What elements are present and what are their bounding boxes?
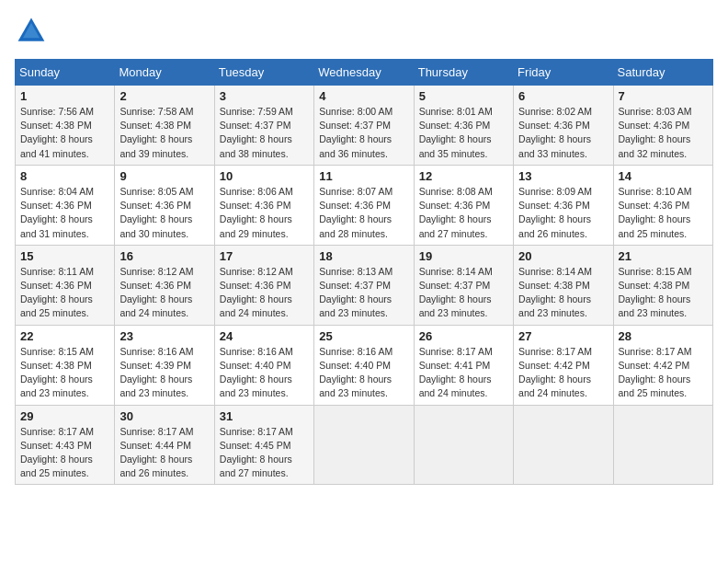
calendar-cell: 22Sunrise: 8:15 AMSunset: 4:38 PMDayligh… [16,325,115,405]
day-detail: Sunrise: 8:15 AMSunset: 4:38 PMDaylight:… [20,346,94,399]
day-detail: Sunrise: 8:08 AMSunset: 4:36 PMDaylight:… [419,186,493,239]
weekday-header-sunday: Sunday [16,60,115,86]
calendar-cell: 31Sunrise: 8:17 AMSunset: 4:45 PMDayligh… [214,405,313,485]
day-detail: Sunrise: 8:17 AMSunset: 4:43 PMDaylight:… [20,426,94,479]
day-number: 5 [419,89,508,103]
calendar-cell: 8Sunrise: 8:04 AMSunset: 4:36 PMDaylight… [16,165,115,245]
calendar-cell: 17Sunrise: 8:12 AMSunset: 4:36 PMDayligh… [214,245,313,325]
page-header [15,15,713,48]
day-detail: Sunrise: 8:16 AMSunset: 4:39 PMDaylight:… [119,346,193,399]
weekday-header-tuesday: Tuesday [214,60,313,86]
day-detail: Sunrise: 8:07 AMSunset: 4:36 PMDaylight:… [319,186,392,239]
calendar-cell: 1Sunrise: 7:56 AMSunset: 4:38 PMDaylight… [16,86,115,166]
day-number: 27 [518,329,608,343]
day-number: 10 [220,169,309,183]
calendar-week-5: 29Sunrise: 8:17 AMSunset: 4:43 PMDayligh… [16,405,713,485]
calendar-cell: 2Sunrise: 7:58 AMSunset: 4:38 PMDaylight… [115,86,214,166]
calendar-cell: 29Sunrise: 8:17 AMSunset: 4:43 PMDayligh… [16,405,115,485]
calendar-cell [314,405,414,485]
day-detail: Sunrise: 8:17 AMSunset: 4:44 PMDaylight:… [119,426,193,479]
calendar-cell: 25Sunrise: 8:16 AMSunset: 4:40 PMDayligh… [314,325,414,405]
calendar-cell: 7Sunrise: 8:03 AMSunset: 4:36 PMDaylight… [613,86,712,166]
day-detail: Sunrise: 8:17 AMSunset: 4:45 PMDaylight:… [220,426,293,479]
day-detail: Sunrise: 8:17 AMSunset: 4:41 PMDaylight:… [419,346,493,399]
day-detail: Sunrise: 8:13 AMSunset: 4:37 PMDaylight:… [319,266,392,319]
day-detail: Sunrise: 8:03 AMSunset: 4:36 PMDaylight:… [619,106,692,159]
calendar-cell: 24Sunrise: 8:16 AMSunset: 4:40 PMDayligh… [214,325,313,405]
day-number: 18 [319,249,408,263]
calendar-cell: 28Sunrise: 8:17 AMSunset: 4:42 PMDayligh… [613,325,712,405]
day-number: 14 [619,169,708,183]
calendar-cell: 20Sunrise: 8:14 AMSunset: 4:38 PMDayligh… [514,245,613,325]
day-detail: Sunrise: 8:01 AMSunset: 4:36 PMDaylight:… [419,106,493,159]
day-number: 23 [119,329,209,343]
day-number: 6 [518,89,608,103]
weekday-header-friday: Friday [514,60,613,86]
calendar-table: SundayMondayTuesdayWednesdayThursdayFrid… [15,59,713,485]
day-number: 3 [220,89,309,103]
calendar-week-4: 22Sunrise: 8:15 AMSunset: 4:38 PMDayligh… [16,325,713,405]
calendar-cell: 23Sunrise: 8:16 AMSunset: 4:39 PMDayligh… [115,325,214,405]
calendar-cell: 10Sunrise: 8:06 AMSunset: 4:36 PMDayligh… [214,165,313,245]
calendar-cell: 16Sunrise: 8:12 AMSunset: 4:36 PMDayligh… [115,245,214,325]
calendar-week-1: 1Sunrise: 7:56 AMSunset: 4:38 PMDaylight… [16,86,713,166]
day-number: 19 [419,249,508,263]
calendar-cell: 9Sunrise: 8:05 AMSunset: 4:36 PMDaylight… [115,165,214,245]
day-number: 25 [319,329,408,343]
day-detail: Sunrise: 8:12 AMSunset: 4:36 PMDaylight:… [119,266,193,319]
day-number: 1 [20,89,109,103]
day-detail: Sunrise: 8:00 AMSunset: 4:37 PMDaylight:… [319,106,392,159]
calendar-cell: 21Sunrise: 8:15 AMSunset: 4:38 PMDayligh… [613,245,712,325]
day-detail: Sunrise: 8:16 AMSunset: 4:40 PMDaylight:… [220,346,293,399]
day-detail: Sunrise: 8:15 AMSunset: 4:38 PMDaylight:… [619,266,692,319]
day-number: 29 [20,409,109,423]
calendar-cell: 12Sunrise: 8:08 AMSunset: 4:36 PMDayligh… [414,165,513,245]
day-number: 11 [319,169,408,183]
day-detail: Sunrise: 7:56 AMSunset: 4:38 PMDaylight:… [20,106,94,159]
day-detail: Sunrise: 8:10 AMSunset: 4:36 PMDaylight:… [619,186,692,239]
day-detail: Sunrise: 8:06 AMSunset: 4:36 PMDaylight:… [220,186,293,239]
calendar-cell: 26Sunrise: 8:17 AMSunset: 4:41 PMDayligh… [414,325,513,405]
weekday-header-monday: Monday [115,60,214,86]
day-detail: Sunrise: 8:05 AMSunset: 4:36 PMDaylight:… [119,186,193,239]
day-number: 17 [220,249,309,263]
calendar-cell: 3Sunrise: 7:59 AMSunset: 4:37 PMDaylight… [214,86,313,166]
calendar-cell: 13Sunrise: 8:09 AMSunset: 4:36 PMDayligh… [514,165,613,245]
calendar-header-row: SundayMondayTuesdayWednesdayThursdayFrid… [16,60,713,86]
calendar-cell: 4Sunrise: 8:00 AMSunset: 4:37 PMDaylight… [314,86,414,166]
day-detail: Sunrise: 8:02 AMSunset: 4:36 PMDaylight:… [518,106,592,159]
calendar-cell: 6Sunrise: 8:02 AMSunset: 4:36 PMDaylight… [514,86,613,166]
calendar-cell: 19Sunrise: 8:14 AMSunset: 4:37 PMDayligh… [414,245,513,325]
day-number: 20 [518,249,608,263]
day-detail: Sunrise: 7:58 AMSunset: 4:38 PMDaylight:… [119,106,193,159]
day-detail: Sunrise: 8:11 AMSunset: 4:36 PMDaylight:… [20,266,94,319]
day-detail: Sunrise: 8:14 AMSunset: 4:38 PMDaylight:… [518,266,592,319]
day-detail: Sunrise: 8:16 AMSunset: 4:40 PMDaylight:… [319,346,392,399]
calendar-cell [613,405,712,485]
calendar-week-2: 8Sunrise: 8:04 AMSunset: 4:36 PMDaylight… [16,165,713,245]
day-detail: Sunrise: 8:04 AMSunset: 4:36 PMDaylight:… [20,186,94,239]
calendar-cell: 11Sunrise: 8:07 AMSunset: 4:36 PMDayligh… [314,165,414,245]
day-number: 22 [20,329,109,343]
day-detail: Sunrise: 8:12 AMSunset: 4:36 PMDaylight:… [220,266,293,319]
day-number: 28 [619,329,708,343]
calendar-cell: 5Sunrise: 8:01 AMSunset: 4:36 PMDaylight… [414,86,513,166]
day-number: 26 [419,329,508,343]
calendar-cell: 14Sunrise: 8:10 AMSunset: 4:36 PMDayligh… [613,165,712,245]
calendar-cell [514,405,613,485]
calendar-week-3: 15Sunrise: 8:11 AMSunset: 4:36 PMDayligh… [16,245,713,325]
day-number: 12 [419,169,508,183]
weekday-header-saturday: Saturday [613,60,712,86]
calendar-cell: 30Sunrise: 8:17 AMSunset: 4:44 PMDayligh… [115,405,214,485]
day-number: 2 [119,89,209,103]
day-number: 7 [619,89,708,103]
weekday-header-wednesday: Wednesday [314,60,414,86]
day-detail: Sunrise: 8:14 AMSunset: 4:37 PMDaylight:… [419,266,493,319]
logo-icon [15,15,48,48]
day-number: 8 [20,169,109,183]
calendar-cell [414,405,513,485]
day-detail: Sunrise: 8:09 AMSunset: 4:36 PMDaylight:… [518,186,592,239]
day-number: 24 [220,329,309,343]
day-number: 9 [119,169,209,183]
day-number: 13 [518,169,608,183]
